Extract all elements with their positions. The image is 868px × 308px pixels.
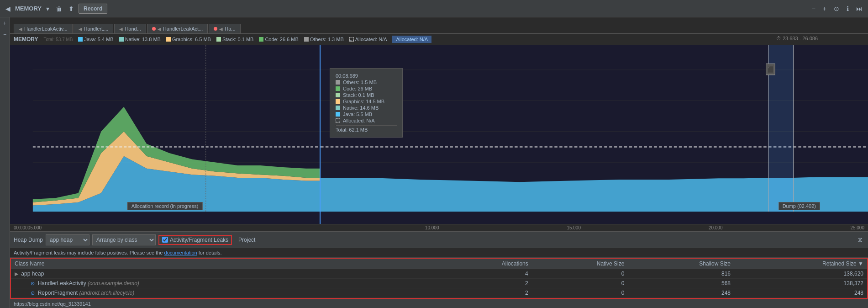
col-class-name-label: Class Name xyxy=(15,260,44,267)
bottom-controls: Heap Dump app heap image heap zygote hea… xyxy=(10,231,868,299)
session-tab-4[interactable]: ◀ HandlerLeakAct... xyxy=(147,24,208,33)
col-allocations-label: Allocations xyxy=(502,260,528,267)
table-container: Class Name Allocations Native Size xyxy=(11,259,867,298)
export-icon[interactable]: ⬆ xyxy=(67,4,76,13)
tab-arrow-icon-5: ◀ xyxy=(219,27,223,32)
record-button[interactable]: Record xyxy=(79,4,107,14)
row-child-2-sub: (android.arch.lifecycle) xyxy=(79,290,134,296)
sidebar-add-icon[interactable]: + xyxy=(1,19,9,27)
tab-arrow-icon-2: ◀ xyxy=(79,27,82,32)
row-child-1-allocations: 2 xyxy=(439,279,532,288)
row-child-2-classname: ⊙ ReportFragment (android.arch.lifecycle… xyxy=(11,288,439,298)
x-label-5: 05.000 xyxy=(28,225,42,230)
chart-header: MEMORY Total: 53.7 MB Java: 5.4 MB Nativ… xyxy=(10,34,868,45)
heap-dump-select[interactable]: app heap image heap zygote heap xyxy=(46,234,89,245)
info-icon[interactable]: ℹ xyxy=(845,4,851,13)
row-parent-shallow-size: 816 xyxy=(628,269,734,279)
legend-code-label: Code: 26.6 MB xyxy=(265,37,298,42)
tooltip-graphics-row: Graphics: 14.5 MB xyxy=(336,99,397,104)
tooltip-native-row: Native: 14.6 MB xyxy=(336,105,397,111)
tooltip-code-color xyxy=(336,86,340,91)
fast-forward-icon[interactable]: ⏭ xyxy=(854,4,864,13)
row-parent-name: app heap xyxy=(21,271,44,277)
arrange-select[interactable]: Arrange by class Arrange by package Arra… xyxy=(92,234,156,245)
content-area: ◀ HandlerLeakActiv... ◀ HandlerL... ◀ Ha… xyxy=(10,17,868,308)
row-child-1-shallow-size: 568 xyxy=(628,279,734,288)
info-row: Activity/Fragment leaks may include fals… xyxy=(10,248,868,258)
tooltip-code-label: Code: 26 MB xyxy=(343,86,372,91)
session-tab-3[interactable]: ◀ Hand... xyxy=(114,24,146,33)
row-parent-native-size: 0 xyxy=(532,269,628,279)
tooltip: 00:08.689 Others: 1.5 MB Code: 26 MB xyxy=(330,68,403,138)
svg-text:⬛: ⬛ xyxy=(768,66,774,74)
top-toolbar: ◀ MEMORY ▾ 🗑 ⬆ Record − + ⊙ ℹ ⏭ xyxy=(0,0,868,17)
tooltip-native-color xyxy=(336,106,340,110)
sidebar-minus-icon[interactable]: − xyxy=(1,30,9,38)
legend-code-color xyxy=(259,37,263,42)
legend-allocated-label: Allocated: N/A xyxy=(355,37,387,42)
tooltip-allocated-label: Allocated: N/A xyxy=(343,118,375,123)
dropdown-arrow-icon[interactable]: ▾ xyxy=(44,4,51,13)
maximize-icon[interactable]: + xyxy=(821,4,828,13)
heap-dump-label: Heap Dump xyxy=(14,237,43,243)
info-suffix: for details. xyxy=(199,250,222,255)
left-chart-svg xyxy=(10,45,320,224)
tooltip-total-label: Total: 62.1 MB xyxy=(336,127,368,133)
tooltip-others-color xyxy=(336,80,340,85)
x-label-15: 15.000 xyxy=(567,225,581,230)
tab-arrow-icon-4: ◀ xyxy=(158,27,161,32)
x-label-20: 20.000 xyxy=(709,225,723,230)
activity-leaks-checkbox-label: Activity/Fragment Leaks xyxy=(158,235,232,245)
col-native-size[interactable]: Native Size xyxy=(532,259,628,269)
info-link[interactable]: documentation xyxy=(164,250,197,255)
table-wrapper: Class Name Allocations Native Size xyxy=(10,258,868,299)
row-child-1-classname: ⊙ HandlerLeakActivity (com.example.demo) xyxy=(11,279,439,288)
row-parent-allocations: 4 xyxy=(439,269,532,279)
tooltip-java-color xyxy=(336,112,340,117)
left-sidebar: + − xyxy=(0,17,10,308)
filter-icon[interactable]: ⧖ xyxy=(856,235,864,244)
chart-main: 320 MB 256 192 128 64 xyxy=(10,45,868,224)
col-retained-size[interactable]: Retained Size ▼ xyxy=(734,259,867,269)
table-row-child-1[interactable]: ⊙ HandlerLeakActivity (com.example.demo)… xyxy=(11,279,867,288)
session-tab-1[interactable]: ◀ HandlerLeakActiv... xyxy=(14,24,73,33)
tooltip-others-row: Others: 1.5 MB xyxy=(336,80,397,85)
session-tab-label-5: Ha... xyxy=(225,26,235,32)
col-allocations[interactable]: Allocations xyxy=(439,259,532,269)
tooltip-stack-label: Stack: 0.1 MB xyxy=(343,92,374,98)
chart-total-left: Total: 53.7 MB xyxy=(44,37,73,42)
session-tab-2[interactable]: ◀ HandlerL... xyxy=(74,24,114,33)
chart-right: ⬛ Dump (02.402) 00:08.689 Others: 1.5 MB xyxy=(321,45,868,224)
session-tab-dot-4 xyxy=(152,27,156,31)
session-tab-label-1: HandlerLeakActiv... xyxy=(24,26,68,32)
settings-icon[interactable]: ⊙ xyxy=(832,4,841,13)
col-shallow-size-label: Shallow Size xyxy=(699,260,731,267)
timeline-x-labels: 00:000 05.000 10.000 15.000 20.000 25.00… xyxy=(10,224,868,231)
table-row-parent[interactable]: ▶ app heap 4 0 816 138,620 xyxy=(11,269,867,279)
row-child-2-shallow-size: 248 xyxy=(628,288,734,298)
back-button[interactable]: ◀ xyxy=(4,4,12,13)
table-row-child-2[interactable]: ⊙ ReportFragment (android.arch.lifecycle… xyxy=(11,288,867,298)
legend-java-label: Java: 5.4 MB xyxy=(84,37,113,42)
project-tab[interactable]: Project xyxy=(235,235,259,245)
session-tab-dot-5 xyxy=(214,27,217,31)
row-parent-classname: ▶ app heap xyxy=(11,269,439,279)
session-tab-5[interactable]: ◀ Ha... xyxy=(209,24,240,33)
activity-leaks-checkbox[interactable] xyxy=(162,237,168,243)
dump-label: Dump (02.402) xyxy=(779,202,820,210)
x-label-0: 00:000 xyxy=(14,225,28,230)
legend-native-label: Native: 13.8 MB xyxy=(125,37,161,42)
legend-others: Others: 1.3 MB xyxy=(304,37,344,42)
col-native-size-label: Native Size xyxy=(597,260,625,267)
tooltip-native-label: Native: 14.6 MB xyxy=(343,105,379,111)
tooltip-code-row: Code: 26 MB xyxy=(336,86,397,91)
minimize-icon[interactable]: − xyxy=(810,4,817,13)
chart-title: MEMORY xyxy=(14,36,38,42)
session-tab-label-3: Hand... xyxy=(125,26,141,32)
col-shallow-size[interactable]: Shallow Size xyxy=(628,259,734,269)
toolbar-right-icons: − + ⊙ ℹ ⏭ xyxy=(810,4,864,13)
delete-icon[interactable]: 🗑 xyxy=(54,4,64,13)
col-class-name[interactable]: Class Name xyxy=(11,259,439,269)
legend-graphics-color xyxy=(166,37,171,42)
legend-graphics-label: Graphics: 6.5 MB xyxy=(172,37,211,42)
